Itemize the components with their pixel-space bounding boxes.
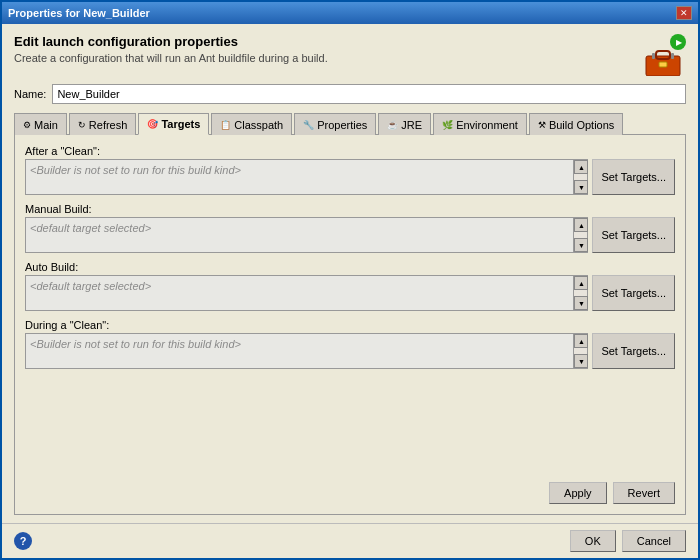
tab-refresh-label: Refresh	[89, 119, 128, 131]
auto-build-scroll-up[interactable]: ▲	[574, 276, 588, 290]
tab-refresh[interactable]: ↻ Refresh	[69, 113, 137, 135]
during-clean-label: During a "Clean":	[25, 319, 675, 331]
header-icon: ▶	[644, 34, 686, 76]
manual-build-scroll-down[interactable]: ▼	[574, 238, 588, 252]
tab-build-options[interactable]: ⚒ Build Options	[529, 113, 623, 135]
auto-build-textarea-wrapper: <default target selected> ▲ ▼	[25, 275, 588, 311]
targets-tab-panel: After a "Clean": <Builder is not set to …	[14, 135, 686, 515]
window-title: Properties for New_Builder	[8, 7, 150, 19]
manual-build-textarea-wrapper: <default target selected> ▲ ▼	[25, 217, 588, 253]
during-clean-input-row: <Builder is not set to run for this buil…	[25, 333, 675, 369]
after-clean-value: <Builder is not set to run for this buil…	[26, 160, 573, 194]
header-text: Edit launch configuration properties Cre…	[14, 34, 634, 64]
tab-environment-label: Environment	[456, 119, 518, 131]
header-subtitle: Create a configuration that will run an …	[14, 52, 634, 64]
tab-classpath-label: Classpath	[234, 119, 283, 131]
close-button[interactable]: ✕	[676, 6, 692, 20]
tab-main-label: Main	[34, 119, 58, 131]
ok-button[interactable]: OK	[570, 530, 616, 552]
tab-properties-label: Properties	[317, 119, 367, 131]
properties-tab-icon: 🔧	[303, 120, 314, 130]
tab-classpath[interactable]: 📋 Classpath	[211, 113, 292, 135]
build-options-tab-icon: ⚒	[538, 120, 546, 130]
during-clean-scrollbar: ▲ ▼	[573, 334, 587, 368]
tab-main[interactable]: ⚙ Main	[14, 113, 67, 135]
svg-rect-4	[671, 53, 674, 59]
header-title: Edit launch configuration properties	[14, 34, 634, 49]
during-clean-value: <Builder is not set to run for this buil…	[26, 334, 573, 368]
manual-build-set-targets-button[interactable]: Set Targets...	[592, 217, 675, 253]
name-input[interactable]	[52, 84, 686, 104]
jre-tab-icon: ☕	[387, 120, 398, 130]
name-row: Name:	[14, 84, 686, 104]
auto-build-scroll-down[interactable]: ▼	[574, 296, 588, 310]
auto-build-input-row: <default target selected> ▲ ▼ Set Target…	[25, 275, 675, 311]
auto-build-value: <default target selected>	[26, 276, 573, 310]
tab-spacer	[25, 377, 675, 460]
manual-build-value: <default target selected>	[26, 218, 573, 252]
apply-button[interactable]: Apply	[549, 482, 607, 504]
tab-build-options-label: Build Options	[549, 119, 614, 131]
after-clean-section: After a "Clean": <Builder is not set to …	[25, 145, 675, 195]
title-bar: Properties for New_Builder ✕	[2, 2, 698, 24]
header-section: Edit launch configuration properties Cre…	[14, 34, 686, 76]
name-label: Name:	[14, 88, 46, 100]
during-clean-scroll-up[interactable]: ▲	[574, 334, 588, 348]
after-clean-label: After a "Clean":	[25, 145, 675, 157]
tabs-row: ⚙ Main ↻ Refresh 🎯 Targets 📋 Classpath 🔧…	[14, 112, 686, 135]
auto-build-section: Auto Build: <default target selected> ▲ …	[25, 261, 675, 311]
during-clean-textarea-wrapper: <Builder is not set to run for this buil…	[25, 333, 588, 369]
after-clean-set-targets-button[interactable]: Set Targets...	[592, 159, 675, 195]
tab-targets-label: Targets	[161, 118, 200, 130]
auto-build-scrollbar: ▲ ▼	[573, 276, 587, 310]
after-clean-scrollbar: ▲ ▼	[573, 160, 587, 194]
manual-build-label: Manual Build:	[25, 203, 675, 215]
tab-jre[interactable]: ☕ JRE	[378, 113, 431, 135]
footer-row: ? OK Cancel	[2, 523, 698, 558]
properties-window: Properties for New_Builder ✕ Edit launch…	[0, 0, 700, 560]
tab-jre-label: JRE	[401, 119, 422, 131]
tab-targets[interactable]: 🎯 Targets	[138, 113, 209, 135]
classpath-tab-icon: 📋	[220, 120, 231, 130]
environment-tab-icon: 🌿	[442, 120, 453, 130]
svg-rect-2	[659, 62, 667, 67]
targets-tab-icon: 🎯	[147, 119, 158, 129]
footer-buttons: OK Cancel	[570, 530, 686, 552]
svg-rect-3	[652, 53, 655, 59]
after-clean-scroll-up[interactable]: ▲	[574, 160, 588, 174]
cancel-button[interactable]: Cancel	[622, 530, 686, 552]
tab-properties[interactable]: 🔧 Properties	[294, 113, 376, 135]
tab-environment[interactable]: 🌿 Environment	[433, 113, 527, 135]
after-clean-textarea-wrapper: <Builder is not set to run for this buil…	[25, 159, 588, 195]
after-clean-scroll-down[interactable]: ▼	[574, 180, 588, 194]
after-clean-input-row: <Builder is not set to run for this buil…	[25, 159, 675, 195]
revert-button[interactable]: Revert	[613, 482, 675, 504]
play-icon: ▶	[676, 38, 682, 47]
auto-build-label: Auto Build:	[25, 261, 675, 273]
during-clean-scroll-down[interactable]: ▼	[574, 354, 588, 368]
toolbox-icon	[644, 46, 682, 76]
refresh-tab-icon: ↻	[78, 120, 86, 130]
main-tab-icon: ⚙	[23, 120, 31, 130]
manual-build-section: Manual Build: <default target selected> …	[25, 203, 675, 253]
apply-revert-buttons: Apply Revert	[25, 476, 675, 504]
auto-build-set-targets-button[interactable]: Set Targets...	[592, 275, 675, 311]
main-content: Edit launch configuration properties Cre…	[2, 24, 698, 523]
manual-build-scroll-up[interactable]: ▲	[574, 218, 588, 232]
help-button[interactable]: ?	[14, 532, 32, 550]
during-clean-section: During a "Clean": <Builder is not set to…	[25, 319, 675, 369]
manual-build-input-row: <default target selected> ▲ ▼ Set Target…	[25, 217, 675, 253]
manual-build-scrollbar: ▲ ▼	[573, 218, 587, 252]
during-clean-set-targets-button[interactable]: Set Targets...	[592, 333, 675, 369]
